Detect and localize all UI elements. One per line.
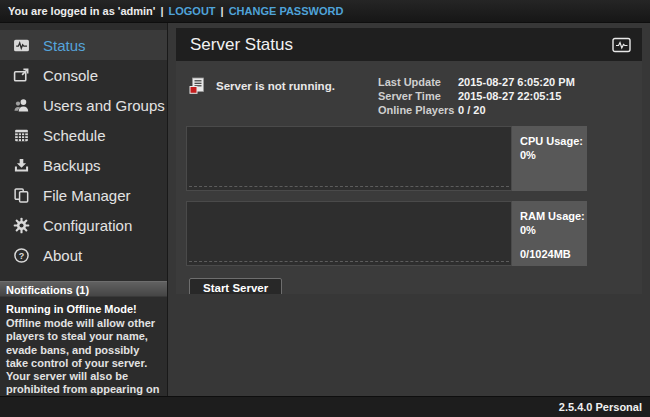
- sidebar-item-label: Console: [43, 67, 98, 84]
- sidebar-item-schedule[interactable]: Schedule: [0, 120, 167, 150]
- info-row-online-players: Online Players 0 / 20: [378, 104, 630, 116]
- sidebar-item-label: Status: [43, 37, 86, 54]
- sidebar-item-label: Schedule: [43, 127, 106, 144]
- schedule-icon: [13, 127, 30, 144]
- sidebar-item-label: File Manager: [43, 187, 131, 204]
- ram-usage-label-box: RAM Usage: 0% 0/1024MB: [512, 201, 587, 266]
- info-label: Online Players: [378, 104, 458, 116]
- file-manager-icon: [13, 187, 30, 204]
- logged-in-text: You are logged in as 'admin': [8, 5, 155, 17]
- separator: |: [221, 5, 224, 17]
- info-label: Last Update: [378, 76, 458, 88]
- cpu-usage-value: 0%: [520, 148, 587, 162]
- main-content: Server Status Server is not running. Las…: [169, 23, 650, 396]
- ram-usage-value: 0%: [520, 223, 587, 237]
- sidebar-item-label: About: [43, 247, 82, 264]
- logout-link[interactable]: LOGOUT: [169, 5, 216, 17]
- server-status-message: Server is not running.: [216, 77, 335, 92]
- activity-icon: [612, 37, 631, 53]
- login-status-bar: You are logged in as 'admin'|LOGOUT|CHAN…: [0, 0, 650, 23]
- sidebar-item-configuration[interactable]: Configuration: [0, 210, 167, 240]
- separator: |: [160, 5, 163, 17]
- info-value: 2015-08-27 22:05:15: [458, 90, 561, 102]
- users-icon: [13, 97, 30, 114]
- sidebar-item-file-manager[interactable]: File Manager: [0, 180, 167, 210]
- sidebar-item-label: Backups: [43, 157, 101, 174]
- cpu-usage-chart: [186, 126, 512, 191]
- question-mark-icon: ?: [13, 247, 30, 264]
- start-server-button[interactable]: Start Server: [189, 278, 282, 294]
- server-status-panel: Server Status Server is not running. Las…: [176, 28, 642, 294]
- svg-text:?: ?: [19, 250, 25, 260]
- sidebar-item-users-and-groups[interactable]: Users and Groups: [0, 90, 167, 120]
- backups-icon: [13, 157, 30, 174]
- panel-body: Server is not running. Last Update 2015-…: [176, 61, 642, 294]
- sidebar-item-console[interactable]: Console: [0, 60, 167, 90]
- ram-usage-label: RAM Usage:: [520, 209, 587, 223]
- status-summary-row: Server is not running. Last Update 2015-…: [189, 75, 630, 118]
- sidebar-item-label: Configuration: [43, 217, 132, 234]
- console-icon: [13, 67, 30, 84]
- change-password-link[interactable]: CHANGE PASSWORD: [229, 5, 344, 17]
- sidebar-item-backups[interactable]: Backups: [0, 150, 167, 180]
- info-value: 2015-08-27 6:05:20 PM: [458, 76, 575, 88]
- chart-baseline: [189, 261, 509, 262]
- page-title: Server Status: [190, 35, 612, 55]
- info-value: 0 / 20: [458, 104, 486, 116]
- server-info-table: Last Update 2015-08-27 6:05:20 PM Server…: [378, 75, 630, 118]
- footer-bar: 2.5.4.0 Personal: [0, 396, 650, 417]
- notifications-header: Notifications (1): [0, 281, 167, 297]
- cpu-usage-label-box: CPU Usage: 0%: [512, 126, 587, 191]
- ram-usage-detail: 0/1024MB: [520, 247, 587, 261]
- sidebar-item-about[interactable]: ? About: [0, 240, 167, 270]
- sidebar-nav: Status Console Users and Groups Schedule: [0, 23, 167, 270]
- ram-usage-row: RAM Usage: 0% 0/1024MB: [186, 201, 587, 266]
- ram-usage-chart: [186, 201, 512, 266]
- cpu-usage-label: CPU Usage:: [520, 134, 587, 148]
- info-row-last-update: Last Update 2015-08-27 6:05:20 PM: [378, 76, 630, 88]
- cpu-usage-row: CPU Usage: 0%: [186, 126, 587, 191]
- sidebar-item-status[interactable]: Status: [0, 30, 167, 60]
- sidebar-item-label: Users and Groups: [43, 97, 165, 114]
- server-stopped-icon: [189, 77, 216, 95]
- gear-icon: [13, 217, 30, 234]
- notification-title: Running in Offline Mode!: [6, 303, 161, 316]
- sidebar: Status Console Users and Groups Schedule: [0, 23, 168, 396]
- info-row-server-time: Server Time 2015-08-27 22:05:15: [378, 90, 630, 102]
- server-state: Server is not running.: [189, 75, 378, 118]
- chart-baseline: [189, 186, 509, 187]
- version-text: 2.5.4.0 Personal: [559, 401, 642, 413]
- panel-header: Server Status: [176, 28, 642, 61]
- status-icon: [13, 37, 30, 54]
- info-label: Server Time: [378, 90, 458, 102]
